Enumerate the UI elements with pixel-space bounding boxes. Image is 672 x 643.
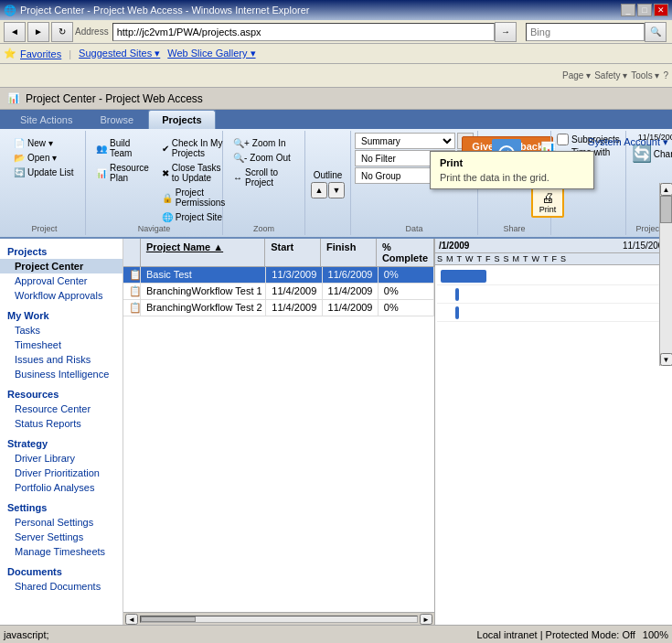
row-finish: 11/4/2009 [323,284,379,299]
gantt-row-1 [437,267,670,285]
close-button[interactable]: ✕ [654,4,668,16]
nav-item-resource-center[interactable]: Resource Center [0,402,123,416]
table-row[interactable]: 📋 Basic Test 11/3/2009 11/6/2009 0% [123,267,434,284]
gantt-day-w1: W [464,254,475,263]
nav-item-business-intelligence[interactable]: Business Intelligence [0,367,123,381]
safety-menu[interactable]: Safety ▾ [594,70,627,80]
nav-item-driver-prioritization[interactable]: Driver Prioritization [0,466,123,480]
tools-menu[interactable]: Tools ▾ [631,70,659,80]
tab-site-actions[interactable]: Site Actions [7,111,85,129]
nav-item-portfolio-analyses[interactable]: Portfolio Analyses [0,480,123,495]
go-button[interactable]: → [495,22,517,42]
nav-item-workflow-approvals[interactable]: Workflow Approvals [0,288,123,303]
address-input[interactable] [112,23,495,41]
nav-section-settings[interactable]: Settings [0,495,123,515]
col-finish[interactable]: Finish [321,239,377,266]
gantt-day-s1: S [435,254,444,263]
scroll-left-btn[interactable]: ◄ [125,614,138,625]
gantt-day-m1: M [444,254,455,263]
row-project-name: BranchingWorkflow Test 1 [141,284,266,299]
col-pct[interactable]: % Complete [377,239,434,266]
new-button[interactable]: 📄 New ▾ [9,136,79,150]
nav-section-projects[interactable]: Projects [0,239,123,259]
share-group-label: Share [484,224,545,233]
check-in-button[interactable]: ✔ Check In My Projects [157,136,229,160]
zoom-in-icon: 🔍+ [233,138,250,148]
gantt-area: /1/2009 11/15/2009 S M T W T F S S M T W… [434,239,672,625]
update-list-button[interactable]: 🔄 Update List [9,166,79,179]
status-script: javascript; [4,629,49,640]
col-project-name[interactable]: Project Name ▲ [141,239,265,266]
minimize-button[interactable]: _ [621,4,635,16]
scroll-right-btn[interactable]: ► [420,614,432,625]
tab-browse[interactable]: Browse [87,111,146,129]
print-button[interactable]: 🖨 Print [531,187,564,218]
gantt-days-header: S M T W T F S S M T W T F S [435,253,672,265]
page-menu[interactable]: Page ▾ [562,70,591,80]
tab-projects[interactable]: Projects [148,110,215,129]
col-start[interactable]: Start [265,239,321,266]
open-button[interactable]: 📂 Open ▾ [9,151,79,165]
build-team-button[interactable]: 👥 Build Team [91,136,154,160]
col-indicator[interactable] [123,239,141,266]
project-group-label: Project [9,224,80,233]
search-input[interactable] [526,23,645,41]
zoom-in-button[interactable]: 🔍+ Zoom In [229,136,299,150]
scroll-track[interactable] [140,616,418,623]
forward-button[interactable]: ► [27,22,49,42]
nav-item-manage-timesheets[interactable]: Manage Timesheets [0,544,123,559]
separator: | [69,48,71,59]
refresh-button[interactable]: ↻ [51,22,73,42]
address-bar: ◄ ► ↻ Address → 🔍 [0,20,672,44]
web-slice[interactable]: Web Slice Gallery ▾ [167,48,255,59]
back-button[interactable]: ◄ [4,22,26,42]
nav-item-project-center[interactable]: Project Center [0,259,123,273]
maximize-button[interactable]: □ [637,4,652,16]
system-account[interactable]: System Account ▾ [588,136,668,148]
help-btn[interactable]: ? [663,70,668,80]
nav-item-shared-documents[interactable]: Shared Documents [0,579,123,594]
table-row[interactable]: 📋 BranchingWorkflow Test 2 11/4/2009 11/… [123,300,434,316]
nav-item-driver-library[interactable]: Driver Library [0,451,123,466]
horizontal-scrollbar[interactable]: ◄ ► [123,612,434,625]
zoom-group-label: Zoom [229,224,299,233]
project-permissions-button[interactable]: 🔒 Project Permissions [157,186,229,209]
ribbon-group-project: 📄 New ▾ 📂 Open ▾ 🔄 Update List Project [4,131,86,235]
scroll-down-btn[interactable]: ▼ [660,353,673,366]
search-button[interactable]: 🔍 [645,22,667,42]
check-in-icon: ✔ [162,144,169,154]
scroll-thumb[interactable] [141,616,196,622]
nav-section-my-work[interactable]: My Work [0,303,123,323]
row-project-name: BranchingWorkflow Test 2 [141,300,266,316]
nav-item-timesheet[interactable]: Timesheet [0,338,123,352]
build-team-icon: 👥 [96,144,107,154]
nav-item-personal-settings[interactable]: Personal Settings [0,515,123,530]
suggested-sites[interactable]: Suggested Sites ▾ [79,48,160,59]
nav-item-approval-center[interactable]: Approval Center [0,273,123,288]
table-row[interactable]: 📋 BranchingWorkflow Test 1 11/4/2009 11/… [123,284,434,300]
scroll-to-project-button[interactable]: ↔ Scroll to Project [229,166,299,189]
nav-item-issues-risks[interactable]: Issues and Risks [0,352,123,367]
resource-plan-button[interactable]: 📊 Resource Plan [91,161,154,185]
zoom-out-button[interactable]: 🔍- Zoom Out [229,151,299,165]
close-tasks-button[interactable]: ✖ Close Tasks to Update [157,161,229,185]
gantt-day-t2: T [475,254,485,263]
nav-item-status-reports[interactable]: Status Reports [0,416,123,431]
outline-down-button[interactable]: ▼ [328,182,345,198]
title-bar-text: Project Center - Project Web Access - Wi… [20,5,309,16]
row-finish: 11/6/2009 [323,267,379,283]
nav-item-server-settings[interactable]: Server Settings [0,530,123,544]
favorites-icon: ⭐ [4,48,16,59]
nav-section-documents[interactable]: Documents [0,559,123,579]
favorites-menu[interactable]: Favorites [20,48,61,59]
nav-section-resources[interactable]: Resources [0,381,123,402]
summary-dropdown[interactable]: Summary [355,133,455,149]
nav-item-tasks[interactable]: Tasks [0,323,123,338]
vscroll-track[interactable] [660,239,672,353]
page-icon: 📊 [7,92,20,104]
nav-section-strategy[interactable]: Strategy [0,431,123,451]
outline-up-button[interactable]: ▲ [311,182,327,198]
project-site-button[interactable]: 🌐 Project Site [157,210,229,224]
vertical-scrollbar[interactable]: ▲ ▼ [659,239,672,366]
ribbon-group-navigate: 👥 Build Team 📊 Resource Plan ✔ Check In … [86,131,223,235]
